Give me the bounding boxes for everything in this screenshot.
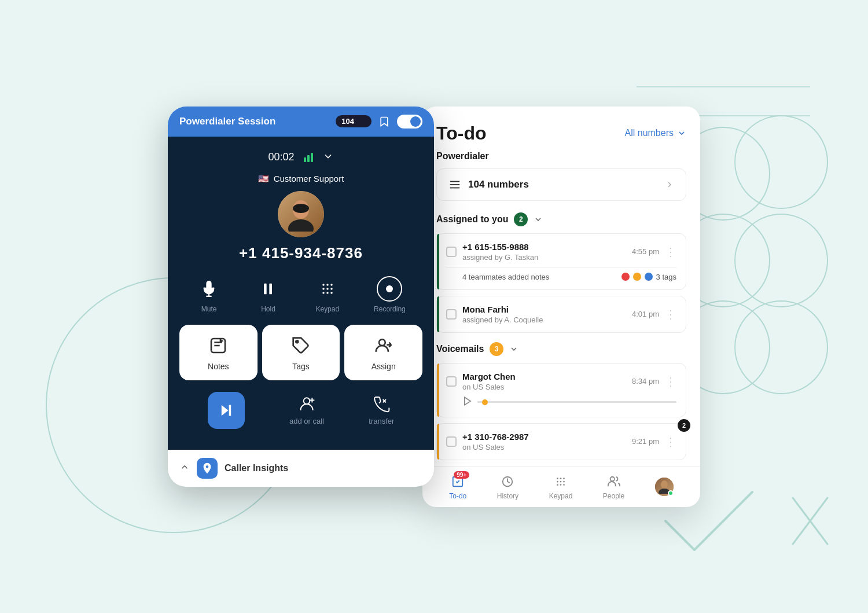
svg-point-41	[560, 478, 562, 479]
voicemail-checkbox-1[interactable]	[446, 376, 457, 387]
chevron-down-icon[interactable]	[322, 151, 334, 164]
call-timer-row: 00:02	[179, 151, 422, 164]
voicemail-more-2[interactable]: ⋮	[665, 435, 676, 449]
tags-row-1: 3 tags	[621, 273, 676, 281]
svg-point-3	[735, 214, 827, 307]
add-call-button[interactable]: add or call	[289, 395, 324, 425]
voicemail-checkbox-2[interactable]	[446, 436, 457, 447]
more-icon-1[interactable]: ⋮	[665, 245, 676, 259]
tags-button[interactable]: Tags	[262, 325, 340, 380]
online-status-dot	[668, 490, 674, 496]
hold-button[interactable]: Hold	[255, 276, 281, 313]
svg-point-18	[326, 284, 329, 286]
contact-card-2[interactable]: Mona Farhi assigned by A. Coquelle 4:01 …	[436, 296, 686, 333]
todo-header: To-do All numbers	[422, 107, 700, 151]
contact-card-1[interactable]: +1 615-155-9888 assigned by G. Taskan 4:…	[436, 233, 686, 290]
transfer-label: transfer	[369, 417, 394, 425]
recording-button[interactable]: Recording	[374, 276, 406, 313]
contact-checkbox-1[interactable]	[446, 247, 457, 257]
nav-keypad[interactable]: Keypad	[549, 473, 573, 500]
left-border-yellow-2	[437, 424, 439, 460]
tags-count-1: 3 tags	[656, 273, 676, 281]
notes-button[interactable]: Notes	[179, 325, 258, 380]
all-numbers-label: All numbers	[625, 128, 674, 138]
svg-rect-15	[264, 283, 267, 294]
keypad-label: Keypad	[315, 305, 339, 313]
nav-history-icon	[499, 473, 516, 490]
contact-card-row-2: Mona Farhi assigned by A. Coquelle 4:01 …	[446, 304, 676, 324]
nav-todo-label: To-do	[449, 492, 466, 500]
bottom-controls: add or call transfer	[179, 392, 422, 429]
play-button-1[interactable]	[462, 396, 473, 409]
nav-history[interactable]: History	[497, 473, 518, 500]
assign-button[interactable]: Assign	[344, 325, 422, 380]
transfer-button[interactable]: transfer	[369, 395, 394, 425]
svg-point-50	[661, 480, 668, 489]
skip-button[interactable]	[208, 392, 245, 429]
nav-people-label: People	[603, 492, 624, 500]
svg-rect-16	[270, 283, 273, 294]
caller-insights-bar[interactable]: Caller Insights	[168, 450, 434, 487]
add-call-label: add or call	[289, 417, 324, 425]
tag-dot-blue	[645, 273, 653, 281]
more-icon-2[interactable]: ⋮	[665, 307, 676, 321]
voicemail-more-1[interactable]: ⋮	[665, 375, 676, 388]
svg-point-47	[560, 484, 562, 486]
nav-todo[interactable]: 99+ To-do	[449, 473, 466, 500]
todo-content: Powerdialer 104 numbers Assigned to you …	[422, 151, 700, 466]
voicemail-card-1[interactable]: Margot Chen on US Sales 8:34 pm ⋮	[436, 363, 686, 417]
svg-point-31	[304, 398, 310, 404]
hold-label: Hold	[261, 305, 275, 313]
all-numbers-button[interactable]: All numbers	[625, 128, 686, 138]
insights-label: Caller Insights	[225, 463, 422, 473]
voicemail-time-2: 9:21 pm	[632, 437, 659, 446]
keypad-button[interactable]: Keypad	[315, 276, 340, 313]
toggle-switch[interactable]	[397, 115, 422, 129]
hold-icon	[255, 276, 281, 302]
svg-marker-37	[465, 397, 471, 405]
svg-point-25	[330, 292, 333, 294]
contact-name-2: Mona Farhi	[462, 304, 626, 314]
tag-dot-orange	[633, 273, 641, 281]
audio-player-1	[446, 391, 676, 409]
contact-notes-row-1: 4 teammates added notes 3 tags	[446, 267, 676, 281]
signal-bar-1	[304, 157, 306, 162]
caller-number: +1 415-934-8736	[179, 244, 422, 262]
signal-bars	[304, 153, 313, 162]
svg-point-49	[610, 476, 614, 480]
nav-profile[interactable]	[655, 478, 674, 496]
powerdialer-row[interactable]: 104 numbers	[436, 168, 686, 201]
voicemail-name-1: Margot Chen	[462, 372, 626, 381]
svg-line-8	[793, 498, 827, 544]
tags-label: Tags	[292, 362, 310, 371]
action-buttons: Notes Tags	[179, 325, 422, 380]
voicemail-card-2[interactable]: 2 +1 310-768-2987 on US Sales 9:21 pm ⋮	[436, 423, 686, 460]
keypad-icon	[315, 276, 340, 302]
svg-point-40	[557, 478, 558, 479]
todo-nav-badge: 99+	[454, 471, 469, 479]
call-controls: Mute Hold	[179, 276, 422, 313]
voicemails-count-badge: 3	[490, 342, 503, 356]
nav-history-label: History	[497, 492, 518, 500]
svg-point-1	[735, 116, 827, 208]
svg-point-19	[330, 284, 333, 286]
nav-people[interactable]: People	[603, 473, 624, 500]
bottom-nav: 99+ To-do History	[422, 466, 700, 507]
mute-button[interactable]: Mute	[196, 276, 222, 313]
contact-time-2: 4:01 pm	[632, 310, 659, 318]
svg-point-24	[326, 292, 329, 294]
svg-point-45	[563, 480, 565, 482]
voicemail-sub-2: on US Sales	[462, 443, 626, 452]
contact-checkbox-2[interactable]	[446, 309, 457, 320]
call-timer: 00:02	[268, 151, 294, 163]
bookmark-icon[interactable]	[378, 116, 390, 127]
voicemails-header: Voicemails 3	[436, 342, 686, 356]
powerdialer-section-title: Powerdialer	[436, 151, 686, 161]
mute-label: Mute	[201, 305, 217, 313]
svg-point-28	[379, 339, 385, 346]
contact-info-1: +1 615-155-9888 assigned by G. Taskan	[462, 242, 626, 262]
contact-time-1: 4:55 pm	[632, 247, 659, 256]
todo-panel: To-do All numbers Powerdialer 104 number…	[422, 107, 700, 507]
insights-icon	[197, 458, 218, 479]
svg-marker-29	[221, 405, 228, 416]
